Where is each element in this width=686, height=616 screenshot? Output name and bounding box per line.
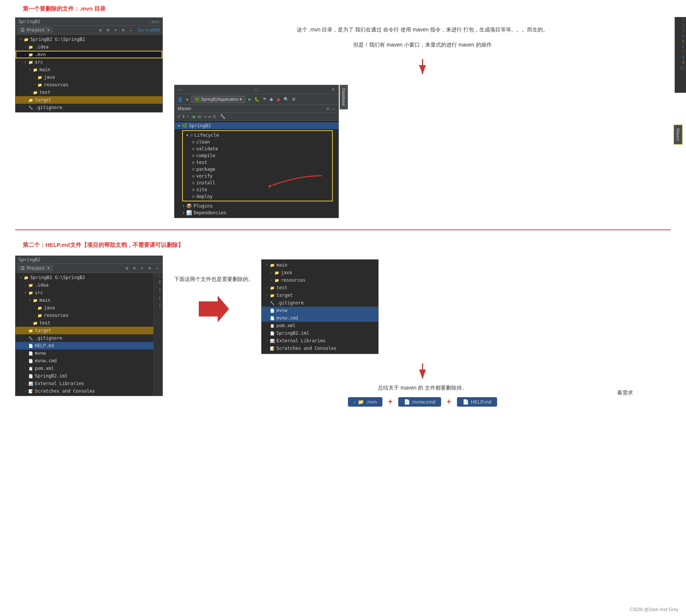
divide-icon-2[interactable]: ÷	[139, 265, 145, 271]
settings-icon-1[interactable]: ⚙	[97, 27, 103, 33]
main-2[interactable]: ▾ 📁 main	[16, 296, 162, 304]
tree-target[interactable]: › 📁 target	[16, 96, 162, 104]
file-gitignore-2: 🔧	[28, 335, 34, 341]
rtree-gitignore[interactable]: 🔧 .gitignore	[262, 299, 378, 307]
java-2[interactable]: › 📁 java	[16, 304, 162, 312]
validate-item[interactable]: ⚙ validate	[183, 145, 332, 152]
tree-mvn[interactable]: › 📁 .mvn	[16, 51, 162, 58]
gitignore-2[interactable]: 🔧 .gitignore	[16, 334, 162, 342]
rtree-java[interactable]: › 📁 java	[262, 269, 378, 276]
pomxml-2[interactable]: 📋 pom.xml	[16, 365, 162, 372]
springb2a-label: SpringB2A	[137, 28, 160, 33]
stop-icon[interactable]: ⏹	[276, 97, 281, 102]
tree-java[interactable]: › 📁 java	[16, 73, 162, 81]
dependencies-item[interactable]: › 📊 Dependencies	[175, 209, 338, 216]
target-2[interactable]: › 📁 target	[16, 327, 162, 334]
maven-springb2[interactable]: ▾ 🌿 SpringB2	[175, 122, 338, 129]
tree-resources[interactable]: › 📁 resources	[16, 81, 162, 89]
search-icon[interactable]: 🔍	[284, 97, 289, 102]
rtree-mvnw[interactable]: 📄 mvnw	[262, 307, 378, 314]
project-toolbar-1[interactable]: ☰ Project ▾ ⚙ ≡ ÷ ⚙ — SpringB2A	[16, 26, 162, 35]
run-icon[interactable]: ▶	[248, 97, 251, 102]
tree-gitignore-1[interactable]: 🔧 .gitignore	[16, 104, 162, 111]
maven-settings-icon[interactable]: ⚙	[326, 106, 330, 111]
back-icon[interactable]: ◂	[186, 97, 188, 102]
database-tab[interactable]: Database	[340, 85, 348, 109]
maven-props-icon[interactable]: ⚙	[212, 114, 217, 119]
maven-run-icon[interactable]: +	[187, 114, 189, 119]
profile-icon[interactable]: ◉	[270, 97, 273, 102]
tree-main[interactable]: ▾ 📁 main	[16, 66, 162, 73]
folder-icon-mvn: 📁	[28, 51, 34, 58]
maven-play-icon[interactable]: ▶	[193, 114, 196, 119]
lifecycle-item[interactable]: ▾ ⚙ Lifecycle	[183, 132, 332, 139]
maven-skip-icon[interactable]: ⇥	[203, 114, 206, 119]
maven-m-icon[interactable]: m	[197, 114, 201, 119]
project-tab-1[interactable]: ☰ Project ▾	[18, 27, 53, 33]
gear-icon-1[interactable]: ⚙	[120, 27, 126, 33]
rtree-mvnwcmd-icon: 📄	[269, 315, 275, 321]
gear-icon-2[interactable]: ⚙	[147, 265, 153, 271]
compile-item[interactable]: ⚙ compile	[183, 152, 332, 159]
rtree-test[interactable]: › 📁 test	[262, 284, 378, 292]
rtree-mvnwcmd[interactable]: 📄 mvnw.cmd	[262, 314, 378, 322]
win-close-btn[interactable]: —	[178, 87, 182, 92]
coverage-icon[interactable]: ☂	[263, 97, 267, 102]
maven-toolbar[interactable]: ↺ ⬇ + | ▶ m ⇥ ⇌ ⚙ | 🔧	[175, 113, 338, 121]
tree-gitignore-label-1: .gitignore	[35, 105, 62, 110]
folder-icon-java: 📁	[37, 74, 43, 80]
maven-tree: ▾ 🌿 SpringB2 ▾ ⚙ Lifecycle	[175, 121, 338, 218]
clean-item[interactable]: ⚙ clean	[183, 139, 332, 145]
rtree-gitignore-icon: 🔧	[269, 300, 275, 306]
extlibs-2[interactable]: › 📊 External Libraries	[16, 380, 162, 387]
settings-icon[interactable]: ⚙	[292, 97, 296, 102]
scratches-2[interactable]: › 📝 Scratches and Consoles	[16, 387, 162, 395]
test-2[interactable]: › 📁 test	[16, 319, 162, 327]
divide-icon-1[interactable]: ÷	[112, 27, 118, 33]
close-icon-1[interactable]: —	[128, 27, 134, 33]
rtree-pomxml[interactable]: 📋 pom.xml	[262, 322, 378, 329]
tree-idea[interactable]: › 📁 .idea	[16, 43, 162, 51]
project-tab-2[interactable]: ☰ Project ▾	[18, 265, 53, 271]
rtree-scratches[interactable]: › 📝 Scratches and Consoles	[262, 345, 378, 352]
maven-parallel-icon[interactable]: ⇌	[207, 114, 211, 119]
resources-2[interactable]: › 📁 resources	[16, 312, 162, 319]
tree-root-1[interactable]: ▾ 📁 SpringB2 G:\SpringB2	[16, 36, 162, 43]
helpmd-2[interactable]: 📄 HELP.md	[16, 342, 162, 349]
root-2[interactable]: ▾ 📁 SpringB2 G:\SpringB2	[16, 274, 162, 281]
mvnw-2[interactable]: 📄 mvnw	[16, 349, 162, 357]
project-tree-2: ▾ 📁 SpringB2 G:\SpringB2 › 📁 .idea ▾ 📁 s…	[16, 273, 162, 396]
rtree-main[interactable]: ▾ 📁 main	[262, 261, 378, 269]
project-tab-label-1: ☰ Project ▾	[21, 28, 50, 33]
folder-icon-main: 📁	[32, 67, 38, 73]
project-toolbar-2[interactable]: ☰ Project ▾ ⚙ ≡ ÷ ⚙ —	[16, 264, 162, 273]
tree-test[interactable]: › 📁 test	[16, 89, 162, 96]
plugins-item[interactable]: › 📦 Plugins	[175, 203, 338, 209]
maven-refresh-icon[interactable]: ↺	[177, 114, 181, 119]
maven-vert-label: Maven	[676, 128, 680, 141]
idea-2[interactable]: › 📁 .idea	[16, 281, 162, 289]
test-item[interactable]: ⚙ test	[183, 159, 332, 166]
tree-src[interactable]: ▾ 📁 src	[16, 58, 162, 66]
rtree-target[interactable]: › 📁 target	[262, 292, 378, 299]
run-config[interactable]: 🌿 SpringB2Application ▾	[191, 96, 245, 103]
database-label: Database	[341, 88, 346, 106]
layout-icon-1[interactable]: ≡	[105, 27, 111, 33]
maven-close-icon[interactable]: —	[331, 106, 335, 111]
debug-icon[interactable]: 🐛	[254, 97, 260, 102]
close-icon-2[interactable]: —	[154, 265, 160, 271]
settings-icon-2[interactable]: ⚙	[124, 265, 130, 271]
win-max-btn[interactable]: □	[256, 87, 259, 92]
rtree-extlibs[interactable]: › 📊 External Libraries	[262, 337, 378, 345]
rtree-resources[interactable]: › 📁 resources	[262, 276, 378, 284]
maven-download-icon[interactable]: ⬇	[182, 114, 186, 119]
maven-tool-icon[interactable]: 🔧	[220, 114, 226, 119]
lifecycle-arrow: ▾	[186, 133, 189, 138]
src-2[interactable]: ▾ 📁 src	[16, 289, 162, 296]
rtree-springiml[interactable]: 📄 SpringB2.iml	[262, 329, 378, 337]
maven-vertical-tab[interactable]: Maven	[674, 125, 682, 144]
mvnwcmd-2[interactable]: 📄 mvnw.cmd	[16, 357, 162, 365]
layout-icon-2[interactable]: ≡	[131, 265, 137, 271]
springb2iml[interactable]: 📄 SpringB2.iml	[16, 372, 162, 380]
win-x-btn[interactable]: ✕	[331, 87, 335, 92]
